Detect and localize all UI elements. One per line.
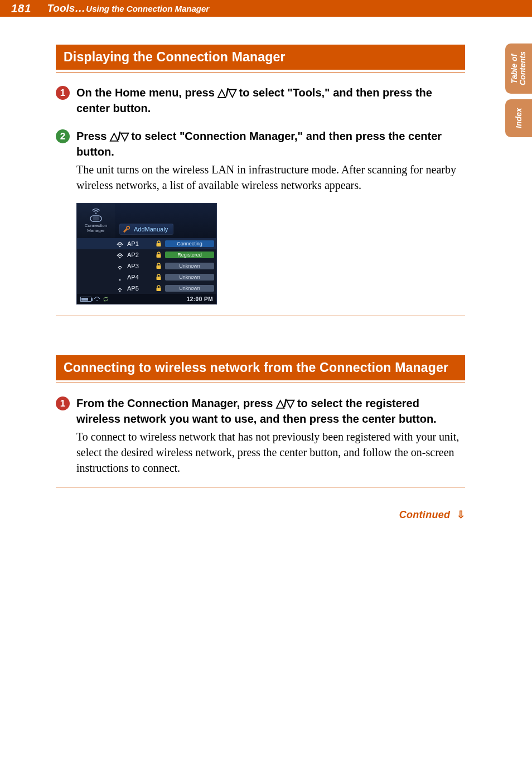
continued-footer: Continued ⇩	[56, 509, 465, 521]
wifi-icon	[90, 209, 101, 214]
step-badge-1: 1	[56, 396, 70, 410]
step-head-1-a: On the Home menu, press	[76, 86, 217, 99]
add-manually-button[interactable]: AddManualy	[119, 224, 173, 235]
step-head-1: On the Home menu, press △/▽ to select "T…	[76, 85, 465, 116]
device-top: ConnectionManager AddManualy	[77, 204, 216, 238]
page-content: Displaying the Connection Manager 1 On t…	[0, 17, 532, 521]
section-end-rule-2	[56, 487, 465, 487]
section-heading-connecting: Connecting to wireless network from the …	[56, 355, 465, 380]
ap-row[interactable]: AP3Unknown	[77, 260, 216, 272]
ap-status: Unknown	[165, 285, 214, 292]
sync-small-icon	[103, 296, 109, 302]
step-head-2-a: Press	[76, 130, 110, 142]
step-body-2-1: To connect to wireless network that has …	[76, 429, 465, 476]
step-head-2: Press △/▽ to select "Connection Manager,…	[76, 128, 465, 159]
signal-icon	[115, 251, 125, 259]
ap-status: Registered	[165, 252, 214, 258]
ap-name: AP2	[125, 252, 154, 258]
lock-icon	[154, 240, 163, 247]
device-sidebar-label: ConnectionManager	[85, 224, 107, 233]
wrench-icon	[123, 225, 130, 233]
side-tab-index[interactable]: Index	[505, 99, 532, 137]
continued-arrow-icon: ⇩	[457, 509, 465, 521]
step-head-2-1: From the Connection Manager, press △/▽ t…	[76, 395, 465, 427]
ap-name: AP4	[125, 274, 154, 281]
header-bar: 181 Tools…Using the Connection Manager	[0, 0, 532, 17]
step-1-1: 1 On the Home menu, press △/▽ to select …	[56, 85, 465, 116]
add-manually-label: AddManualy	[134, 226, 168, 233]
ap-name: AP5	[125, 285, 154, 292]
svg-rect-6	[156, 254, 161, 258]
side-tabs: Table ofContents Index	[502, 43, 532, 143]
device-top-right: AddManualy	[115, 204, 216, 238]
ap-name: AP1	[125, 240, 154, 247]
clock: 12:00 PM	[187, 296, 213, 302]
battery-icon	[80, 297, 91, 302]
statusbar-left	[80, 296, 109, 302]
device-sidebar: ConnectionManager	[77, 204, 115, 238]
svg-point-13	[96, 300, 98, 301]
device-screenshot: ConnectionManager AddManualy AP1Connecti…	[76, 203, 217, 304]
lock-icon	[154, 252, 163, 258]
step-badge-2: 2	[56, 129, 70, 143]
signal-icon	[115, 273, 125, 281]
svg-rect-4	[156, 243, 161, 246]
continued-label: Continued	[399, 509, 451, 520]
section-heading-displaying: Displaying the Connection Manager	[56, 45, 465, 70]
up-down-glyph: △/▽	[110, 130, 128, 142]
signal-icon	[115, 240, 125, 248]
svg-point-9	[119, 279, 121, 281]
svg-rect-8	[156, 265, 161, 269]
up-down-glyph: △/▽	[276, 397, 294, 409]
step-head-2-1-a: From the Connection Manager, press	[76, 397, 276, 409]
breadcrumb: Tools…Using the Connection Manager	[47, 2, 209, 14]
ap-list: AP1ConnectingAP2RegisteredAP3UnknownAP4U…	[77, 238, 216, 294]
signal-icon	[115, 284, 125, 292]
device-icon	[90, 215, 102, 222]
step-body-2: The unit turns on the wireless LAN in in…	[76, 162, 465, 193]
lock-icon	[154, 263, 163, 269]
ap-status: Unknown	[165, 274, 214, 281]
svg-point-0	[95, 212, 96, 214]
lock-icon	[154, 285, 163, 292]
device-statusbar: 12:00 PM	[77, 294, 216, 304]
breadcrumb-sub: Using the Connection Manager	[86, 4, 209, 13]
step-1-2: 2 Press △/▽ to select "Connection Manage…	[56, 128, 465, 159]
lock-icon	[154, 274, 163, 281]
step-head-2-b: to select "Connection Manager," and then…	[76, 130, 442, 158]
svg-point-7	[119, 268, 121, 270]
step-2-1: 1 From the Connection Manager, press △/▽…	[56, 395, 465, 427]
ap-row[interactable]: AP5Unknown	[77, 283, 216, 294]
signal-icon	[115, 262, 125, 270]
ap-status: Unknown	[165, 263, 214, 269]
breadcrumb-main: Tools	[47, 2, 75, 14]
svg-rect-2	[93, 217, 99, 220]
ap-row[interactable]: AP4Unknown	[77, 272, 216, 283]
svg-point-5	[119, 257, 121, 259]
up-down-glyph: △/▽	[217, 86, 236, 99]
ap-row[interactable]: AP1Connecting	[77, 238, 216, 249]
ap-status: Connecting	[165, 240, 214, 247]
svg-rect-10	[156, 277, 161, 280]
side-tab-toc[interactable]: Table ofContents	[505, 43, 532, 94]
ap-name: AP3	[125, 263, 154, 269]
signal-small-icon	[94, 296, 100, 302]
svg-point-3	[119, 246, 121, 248]
page-number: 181	[11, 2, 31, 15]
section-rule	[56, 72, 465, 72]
step-badge-1: 1	[56, 86, 70, 100]
ap-row[interactable]: AP2Registered	[77, 249, 216, 260]
svg-rect-12	[156, 288, 161, 291]
svg-point-11	[119, 291, 121, 292]
breadcrumb-dots: …	[75, 2, 86, 14]
section-rule	[56, 383, 465, 383]
